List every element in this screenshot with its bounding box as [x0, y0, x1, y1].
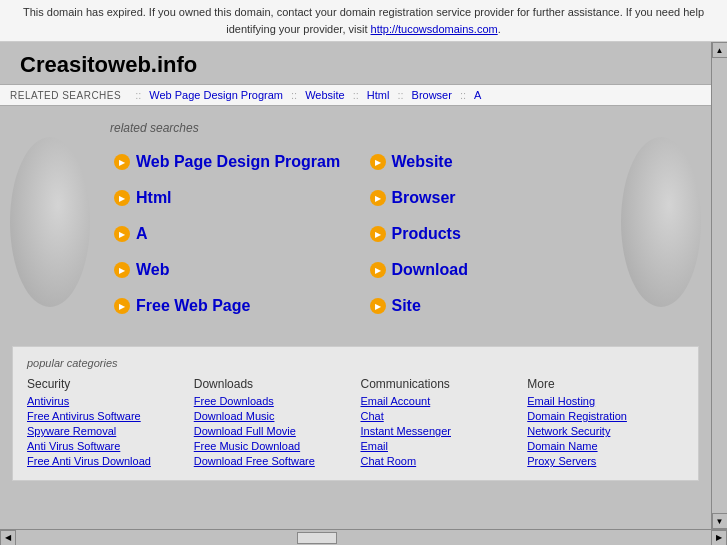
cat-link-instant-messenger[interactable]: Instant Messenger [361, 425, 518, 437]
related-searches-title: related searches [110, 121, 601, 135]
search-grid-container: related searches Web Page Design Program… [100, 116, 611, 328]
category-downloads: Downloads Free Downloads Download Music … [194, 377, 351, 470]
related-link-3[interactable]: Html [367, 89, 390, 101]
cat-header-downloads: Downloads [194, 377, 351, 391]
arrow-icon-9 [114, 298, 130, 314]
search-item-web: Web [110, 253, 346, 287]
search-item-html: Html [110, 181, 346, 215]
search-item-browser: Browser [366, 181, 602, 215]
scroll-right-button[interactable]: ▶ [711, 530, 727, 546]
search-grid: Web Page Design Program Website Html Bro… [110, 145, 601, 323]
cat-header-security: Security [27, 377, 184, 391]
cat-link-spyware[interactable]: Spyware Removal [27, 425, 184, 437]
h-scrollbar-track [32, 532, 695, 544]
cat-link-download-free-software[interactable]: Download Free Software [194, 455, 351, 467]
arrow-icon-8 [370, 262, 386, 278]
search-item-free-web-page: Free Web Page [110, 289, 346, 323]
cat-link-free-antivirus-download[interactable]: Free Anti Virus Download [27, 455, 184, 467]
cat-link-network-security[interactable]: Network Security [527, 425, 684, 437]
scroll-down-button[interactable]: ▼ [712, 513, 728, 529]
arrow-icon-2 [370, 154, 386, 170]
cat-link-antivirus-software[interactable]: Anti Virus Software [27, 440, 184, 452]
popular-categories: popular categories Security Antivirus Fr… [12, 346, 699, 481]
category-communications: Communications Email Account Chat Instan… [361, 377, 518, 470]
cat-link-free-antivirus[interactable]: Free Antivirus Software [27, 410, 184, 422]
related-link-2[interactable]: Website [305, 89, 345, 101]
cat-link-free-music-download[interactable]: Free Music Download [194, 440, 351, 452]
cat-header-more: More [527, 377, 684, 391]
arrow-icon-1 [114, 154, 130, 170]
arrow-icon-7 [114, 262, 130, 278]
scroll-track [712, 58, 728, 513]
site-title: Creasitoweb.info [0, 42, 711, 84]
arrow-icon-10 [370, 298, 386, 314]
scroll-up-button[interactable]: ▲ [712, 42, 728, 58]
category-more: More Email Hosting Domain Registration N… [527, 377, 684, 470]
search-item-products: Products [366, 217, 602, 251]
search-item-web-page: Web Page Design Program [110, 145, 346, 179]
related-searches-bar: RELATED SEARCHES :: Web Page Design Prog… [0, 84, 711, 106]
main-area: related searches Web Page Design Program… [0, 106, 711, 338]
cat-link-chat-room[interactable]: Chat Room [361, 455, 518, 467]
related-link-5[interactable]: A [474, 89, 481, 101]
related-label: RELATED SEARCHES [10, 90, 121, 101]
related-link-1[interactable]: Web Page Design Program [149, 89, 283, 101]
cat-link-chat[interactable]: Chat [361, 410, 518, 422]
right-scrollbar: ▲ ▼ [711, 42, 727, 529]
cat-link-email[interactable]: Email [361, 440, 518, 452]
deco-right [611, 116, 711, 328]
scroll-left-button[interactable]: ◀ [0, 530, 16, 546]
search-link-website[interactable]: Website [392, 153, 453, 171]
search-item-website: Website [366, 145, 602, 179]
category-security: Security Antivirus Free Antivirus Softwa… [27, 377, 184, 470]
page-body: Creasitoweb.info RELATED SEARCHES :: Web… [0, 42, 711, 529]
cat-link-domain-name[interactable]: Domain Name [527, 440, 684, 452]
search-link-products[interactable]: Products [392, 225, 461, 243]
search-link-web-page[interactable]: Web Page Design Program [136, 153, 340, 171]
deco-left [0, 116, 100, 328]
arrow-icon-6 [370, 226, 386, 242]
arrow-icon-3 [114, 190, 130, 206]
search-item-a: A [110, 217, 346, 251]
cat-link-download-full-movie[interactable]: Download Full Movie [194, 425, 351, 437]
arrow-icon-5 [114, 226, 130, 242]
search-link-html[interactable]: Html [136, 189, 172, 207]
cat-link-email-account[interactable]: Email Account [361, 395, 518, 407]
cat-link-email-hosting[interactable]: Email Hosting [527, 395, 684, 407]
search-link-a[interactable]: A [136, 225, 148, 243]
search-link-free-web-page[interactable]: Free Web Page [136, 297, 250, 315]
h-scrollbar-thumb[interactable] [297, 532, 337, 544]
search-link-download[interactable]: Download [392, 261, 468, 279]
related-link-4[interactable]: Browser [412, 89, 452, 101]
cat-link-antivirus[interactable]: Antivirus [27, 395, 184, 407]
bottom-bar: ◀ ▶ [0, 529, 727, 545]
popular-title: popular categories [27, 357, 684, 369]
search-link-site[interactable]: Site [392, 297, 421, 315]
banner-text: This domain has expired. If you owned th… [23, 6, 704, 35]
arrow-icon-4 [370, 190, 386, 206]
banner-link[interactable]: http://tucowsdomains.com [371, 23, 498, 35]
search-item-site: Site [366, 289, 602, 323]
cat-header-communications: Communications [361, 377, 518, 391]
search-item-download: Download [366, 253, 602, 287]
right-circle [621, 137, 701, 307]
search-link-web[interactable]: Web [136, 261, 169, 279]
cat-link-download-music[interactable]: Download Music [194, 410, 351, 422]
left-circle [10, 137, 90, 307]
categories-grid: Security Antivirus Free Antivirus Softwa… [27, 377, 684, 470]
cat-link-domain-registration[interactable]: Domain Registration [527, 410, 684, 422]
cat-link-free-downloads[interactable]: Free Downloads [194, 395, 351, 407]
expired-banner: This domain has expired. If you owned th… [0, 0, 727, 42]
search-link-browser[interactable]: Browser [392, 189, 456, 207]
cat-link-proxy-servers[interactable]: Proxy Servers [527, 455, 684, 467]
